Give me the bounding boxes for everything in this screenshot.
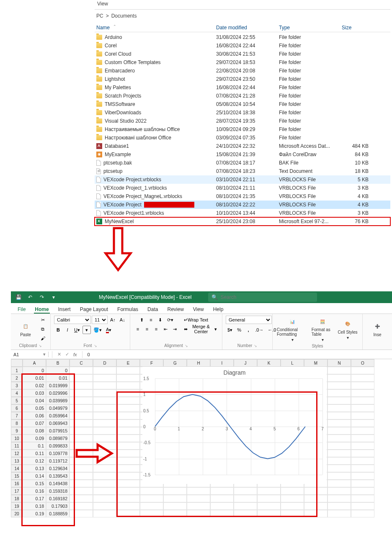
table-row[interactable]: VEXcode Project.vrblocks03/10/2024 22:11…	[95, 175, 390, 184]
copy-button[interactable]: ⧉	[39, 325, 47, 333]
border-button[interactable]: ▾	[83, 326, 91, 334]
cell-O8[interactable]	[351, 419, 374, 427]
row-header-18[interactable]: 18	[11, 495, 23, 502]
col-header-C[interactable]: C	[70, 359, 93, 367]
cell-N20[interactable]	[328, 510, 351, 517]
cell-O5[interactable]	[351, 397, 374, 404]
cell-N1[interactable]	[328, 367, 351, 374]
bold-button[interactable]: B	[54, 326, 62, 334]
align-middle-button[interactable]: ≡	[147, 316, 155, 324]
cell-O2[interactable]	[351, 374, 374, 382]
cell-O10[interactable]	[351, 435, 374, 442]
row-header-2[interactable]: 2	[11, 374, 23, 382]
orientation-button[interactable]: ⟳▾	[165, 316, 175, 324]
cell-N13[interactable]	[328, 457, 351, 465]
col-header-B[interactable]: B	[46, 359, 70, 367]
cell-N11[interactable]	[328, 442, 351, 450]
breadcrumb-documents[interactable]: Documents	[111, 13, 137, 19]
font-dialog-launcher[interactable]: ↘	[94, 344, 97, 348]
undo-button[interactable]: ↶	[26, 293, 34, 301]
tab-home[interactable]: Home	[34, 306, 49, 314]
paste-button[interactable]: 📋 Paste	[14, 321, 37, 338]
increase-indent-button[interactable]: ⇥	[170, 325, 179, 333]
row-header-6[interactable]: 6	[11, 404, 23, 412]
tab-formulas[interactable]: Formulas	[116, 306, 139, 314]
row-header-3[interactable]: 3	[11, 382, 23, 389]
align-right-button[interactable]: ≡	[152, 325, 160, 333]
format-painter-button[interactable]: 🖌	[39, 334, 47, 342]
table-row[interactable]: VEXcode Project_1.vrblocks08/10/2024 21:…	[95, 184, 390, 192]
fx-icon[interactable]: fx	[73, 352, 77, 357]
cell-N2[interactable]	[328, 374, 351, 382]
cell-E2[interactable]	[116, 374, 140, 382]
cell-O20[interactable]	[351, 510, 374, 517]
increase-font-button[interactable]: A↑	[108, 316, 117, 324]
col-header-M[interactable]: M	[304, 359, 328, 367]
redo-button[interactable]: ↷	[38, 293, 46, 301]
cell-O13[interactable]	[351, 457, 374, 465]
qat-customize[interactable]: ▾	[49, 293, 58, 301]
table-row[interactable]: ptcsetup07/08/2024 18:23Text Document18 …	[95, 167, 390, 175]
col-header-I[interactable]: I	[210, 359, 234, 367]
cell-D8[interactable]	[93, 419, 116, 427]
cell-D19[interactable]	[93, 502, 116, 510]
tab-view[interactable]: View	[192, 306, 205, 314]
cell-D1[interactable]	[93, 367, 116, 374]
cell-D14[interactable]	[93, 465, 116, 472]
align-center-button[interactable]: ≡	[143, 325, 151, 333]
table-row[interactable]: Custom Office Templates29/07/2024 18:53F…	[95, 58, 390, 67]
table-row[interactable]: My Palettes16/08/2024 22:44File folder	[95, 83, 390, 92]
tab-help[interactable]: Help	[212, 306, 224, 314]
cell-N7[interactable]	[328, 412, 351, 419]
comma-format-button[interactable]: ,	[244, 326, 253, 334]
cell-D20[interactable]	[93, 510, 116, 517]
cell-D2[interactable]	[93, 374, 116, 382]
col-header-G[interactable]: G	[163, 359, 187, 367]
save-button[interactable]: 💾	[14, 293, 23, 301]
row-header-19[interactable]: 19	[11, 502, 23, 510]
row-header-15[interactable]: 15	[11, 472, 23, 480]
search-box[interactable]: 🔍	[208, 293, 317, 302]
font-size-select[interactable]: 11	[92, 316, 108, 324]
cell-styles-button[interactable]: 🎨Cell Styles ▾	[336, 318, 359, 341]
row-header-4[interactable]: 4	[11, 389, 23, 397]
row-header-20[interactable]: 20	[11, 510, 23, 517]
font-color-button[interactable]: A▾	[104, 326, 113, 334]
percent-format-button[interactable]: %	[235, 326, 243, 334]
cell-O16[interactable]	[351, 480, 374, 487]
breadcrumb[interactable]: PC > Documents	[95, 12, 390, 20]
select-all-corner[interactable]	[11, 359, 23, 367]
table-row[interactable]: Corel16/08/2024 22:44File folder	[95, 41, 390, 50]
cell-O11[interactable]	[351, 442, 374, 450]
cell-O19[interactable]	[351, 502, 374, 510]
table-row[interactable]: Lightshot29/07/2024 23:50File folder	[95, 75, 390, 83]
col-header-date[interactable]: Date modified	[216, 25, 279, 31]
align-top-button[interactable]: ⬆	[138, 316, 146, 324]
cell-N18[interactable]	[328, 495, 351, 502]
italic-button[interactable]: I	[63, 326, 72, 334]
insert-cells-button[interactable]: ➕Inse	[366, 321, 389, 338]
col-header-type[interactable]: Type	[279, 25, 342, 31]
cell-D15[interactable]	[93, 472, 116, 480]
row-header-5[interactable]: 5	[11, 397, 23, 404]
cell-N12[interactable]	[328, 450, 351, 457]
row-header-17[interactable]: 17	[11, 487, 23, 495]
table-row[interactable]: VEXcode Project_MagneL.vrblocks08/10/202…	[95, 192, 390, 201]
cell-D7[interactable]	[93, 412, 116, 419]
col-header-E[interactable]: E	[116, 359, 140, 367]
cell-N9[interactable]	[328, 427, 351, 435]
col-header-N[interactable]: N	[328, 359, 351, 367]
cell-O18[interactable]	[351, 495, 374, 502]
row-header-1[interactable]: 1	[11, 367, 23, 374]
fill-color-button[interactable]: 🪣▾	[92, 326, 103, 334]
tab-page-layout[interactable]: Page Layout	[79, 306, 109, 314]
underline-button[interactable]: U ▾	[72, 326, 82, 334]
col-header-F[interactable]: F	[140, 359, 163, 367]
cell-E3[interactable]	[116, 382, 140, 389]
cell-N15[interactable]	[328, 472, 351, 480]
col-header-size[interactable]: Size	[342, 25, 375, 31]
cell-O15[interactable]	[351, 472, 374, 480]
align-bottom-button[interactable]: ⬇	[156, 316, 165, 324]
tab-insert[interactable]: Insert	[57, 306, 72, 314]
cell-D18[interactable]	[93, 495, 116, 502]
